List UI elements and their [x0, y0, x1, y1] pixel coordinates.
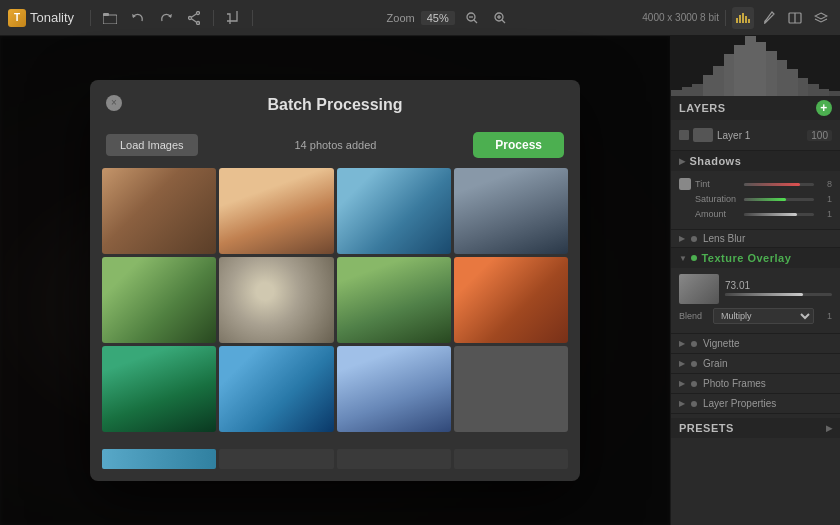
layer-opacity: 100: [807, 130, 832, 141]
add-layer-button[interactable]: +: [816, 100, 832, 116]
photo-cell-6[interactable]: [219, 257, 333, 343]
texture-label: Texture Overlay: [701, 252, 791, 264]
photo-partial-3: [337, 449, 451, 469]
photo-cell-7[interactable]: [337, 257, 451, 343]
crop-button[interactable]: [222, 7, 244, 29]
amount-spacer: [679, 208, 691, 220]
photo-bottom-row: [90, 446, 580, 481]
texture-overlay-section: ▼ Texture Overlay 73.01 Blend Multiply: [671, 248, 840, 334]
texture-arrow: ▼: [679, 254, 687, 263]
layer-properties-label[interactable]: Layer Properties: [703, 398, 776, 409]
photo-partial-1[interactable]: [102, 449, 216, 469]
amount-row: Amount 1: [679, 208, 832, 220]
photo-frames-label[interactable]: Photo Frames: [703, 378, 766, 389]
histogram-toggle-button[interactable]: [732, 7, 754, 29]
shadows-header-left: ▶ Shadows: [679, 155, 741, 167]
hist-bar: [766, 51, 777, 96]
texture-content: 73.01 Blend Multiply 1: [671, 268, 840, 333]
open-folder-button[interactable]: [99, 7, 121, 29]
modal-toolbar: Load Images 14 photos added Process: [90, 126, 580, 168]
photos-count: 14 photos added: [294, 139, 376, 151]
photo-grid: [90, 168, 580, 445]
lens-blur-arrow: ▶: [679, 234, 685, 243]
photo-cell-4[interactable]: [454, 168, 568, 254]
tint-value: 8: [818, 179, 832, 189]
share-button[interactable]: [183, 7, 205, 29]
shadows-header[interactable]: ▶ Shadows: [671, 151, 840, 171]
layers-header[interactable]: LAYERS +: [671, 96, 840, 120]
layer-name: Layer 1: [717, 130, 803, 141]
saturation-value: 1: [818, 194, 832, 204]
amount-slider[interactable]: [744, 213, 814, 216]
redo-button[interactable]: [155, 7, 177, 29]
svg-rect-1: [103, 13, 109, 16]
presets-arrow: ▶: [826, 424, 833, 433]
batch-processing-modal: × Batch Processing Load Images 14 photos…: [90, 80, 580, 480]
photo-thumbnail-2: [219, 168, 333, 254]
saturation-spacer: [679, 193, 691, 205]
vignette-dot: [691, 341, 697, 347]
app-title: Tonality: [30, 10, 74, 25]
hist-bar: [724, 54, 735, 96]
hist-bar: [745, 36, 756, 96]
photo-cell-8[interactable]: [454, 257, 568, 343]
main-content-area: × Batch Processing Load Images 14 photos…: [0, 36, 670, 525]
grain-dot: [691, 361, 697, 367]
texture-overlay-header[interactable]: ▼ Texture Overlay: [671, 248, 840, 268]
vignette-label[interactable]: Vignette: [703, 338, 740, 349]
tint-slider[interactable]: [744, 183, 814, 186]
brush-button[interactable]: [758, 7, 780, 29]
compare-button[interactable]: [784, 7, 806, 29]
toolbar-separator-4: [725, 10, 726, 26]
presets-header[interactable]: PRESETS ▶: [671, 418, 840, 438]
photo-cell-11[interactable]: [337, 346, 451, 432]
hist-bar: [671, 90, 682, 96]
layers-button[interactable]: [810, 7, 832, 29]
photo-thumbnail-3: [337, 168, 451, 254]
photo-frames-dot: [691, 381, 697, 387]
layer-properties-arrow: ▶: [679, 399, 685, 408]
dimensions-label: 4000 x 3000 8 bit: [642, 12, 719, 23]
svg-rect-17: [745, 16, 747, 23]
load-images-button[interactable]: Load Images: [106, 134, 198, 156]
zoom-value: 45%: [421, 11, 455, 25]
amount-value: 1: [818, 209, 832, 219]
photo-partial-2[interactable]: [219, 449, 333, 469]
blend-amount: 1: [818, 311, 832, 321]
photo-cell-5[interactable]: [102, 257, 216, 343]
blend-label: Blend: [679, 311, 709, 321]
photo-cell-9[interactable]: [102, 346, 216, 432]
layer-properties-dot: [691, 401, 697, 407]
grain-arrow: ▶: [679, 359, 685, 368]
saturation-slider[interactable]: [744, 198, 814, 201]
modal-close-button[interactable]: ×: [106, 95, 122, 111]
hist-bar: [787, 69, 798, 96]
photo-frames-arrow: ▶: [679, 379, 685, 388]
histogram-bars: [671, 36, 840, 96]
texture-opacity-slider[interactable]: [725, 293, 832, 296]
svg-rect-14: [736, 18, 738, 23]
photo-cell-1[interactable]: [102, 168, 216, 254]
photo-cell-10[interactable]: [219, 346, 333, 432]
blend-mode-select[interactable]: Multiply: [713, 308, 814, 324]
svg-line-11: [502, 20, 505, 23]
process-button[interactable]: Process: [473, 132, 564, 158]
svg-point-4: [189, 16, 192, 19]
tint-row: Tint 8: [679, 178, 832, 190]
undo-button[interactable]: [127, 7, 149, 29]
layer-visibility[interactable]: [679, 130, 689, 140]
zoom-in-button[interactable]: [489, 7, 511, 29]
zoom-out-button[interactable]: [461, 7, 483, 29]
photo-cell-2[interactable]: [219, 168, 333, 254]
hist-bar: [682, 87, 693, 96]
tint-color-dot[interactable]: [679, 178, 691, 190]
texture-thumbnail: [679, 274, 719, 304]
photo-cell-12[interactable]: [454, 346, 568, 432]
grain-label[interactable]: Grain: [703, 358, 727, 369]
photo-thumbnail-8: [454, 257, 568, 343]
lens-blur-label[interactable]: Lens Blur: [703, 233, 745, 244]
svg-line-5: [191, 13, 196, 17]
photo-cell-3[interactable]: [337, 168, 451, 254]
amount-fill: [744, 213, 797, 216]
saturation-label: Saturation: [695, 194, 740, 204]
